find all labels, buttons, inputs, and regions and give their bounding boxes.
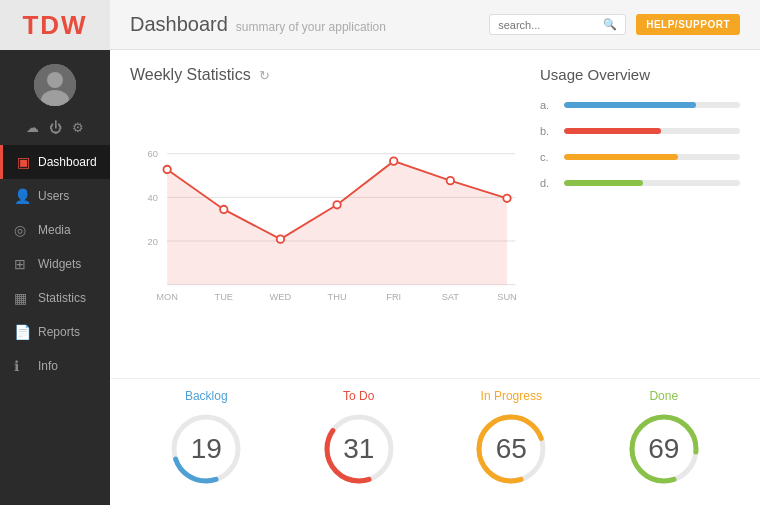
- power-icon[interactable]: ⏻: [49, 120, 62, 135]
- svg-text:40: 40: [148, 193, 158, 203]
- content-inner: Weekly Statistics ↻ 60 40 20: [110, 50, 760, 378]
- stat-value-todo: 31: [343, 433, 374, 465]
- svg-marker-10: [167, 161, 507, 285]
- usage-bar-bg-b: [564, 128, 740, 134]
- sidebar-nav: ▣ Dashboard 👤 Users ◎ Media ⊞ Widgets ▦ …: [0, 145, 110, 505]
- user-avatar-container: [0, 50, 110, 114]
- usage-bar-fill-d: [564, 180, 643, 186]
- svg-text:THU: THU: [328, 292, 347, 302]
- help-support-button[interactable]: HELP/SUPPORT: [636, 14, 740, 35]
- ring-inprogress: 65: [471, 409, 551, 489]
- search-icon: 🔍: [603, 18, 617, 31]
- svg-point-17: [503, 195, 510, 202]
- usage-item-b: b.: [540, 125, 740, 137]
- stat-label-inprogress: In Progress: [481, 389, 542, 403]
- media-icon: ◎: [14, 222, 30, 238]
- svg-point-1: [47, 72, 63, 88]
- usage-bar-bg-c: [564, 154, 740, 160]
- stat-card-done: Done 69: [588, 389, 741, 489]
- search-input[interactable]: [498, 19, 598, 31]
- header-right: 🔍 HELP/SUPPORT: [489, 14, 740, 35]
- sidebar-item-widgets[interactable]: ⊞ Widgets: [0, 247, 110, 281]
- svg-text:SUN: SUN: [497, 292, 517, 302]
- sidebar: TDW ☁ ⏻ ⚙ ▣ Dashboard 👤 Users ◎ Media ⊞: [0, 0, 110, 505]
- users-icon: 👤: [14, 188, 30, 204]
- stat-value-inprogress: 65: [496, 433, 527, 465]
- chart-section: Weekly Statistics ↻ 60 40 20: [130, 66, 520, 362]
- stat-label-todo: To Do: [343, 389, 374, 403]
- settings-icon[interactable]: ⚙: [72, 120, 84, 135]
- page-title: Dashboard: [130, 13, 228, 36]
- svg-text:FRI: FRI: [386, 292, 401, 302]
- stats-row: Backlog 19 To Do 31: [110, 378, 760, 505]
- chart-area: 60 40 20: [130, 94, 520, 362]
- usage-label-b: b.: [540, 125, 556, 137]
- search-box[interactable]: 🔍: [489, 14, 626, 35]
- ring-todo: 31: [319, 409, 399, 489]
- reports-icon: 📄: [14, 324, 30, 340]
- page-header: Dashboard summary of your application 🔍 …: [110, 0, 760, 50]
- svg-point-15: [390, 157, 397, 164]
- stat-card-backlog: Backlog 19: [130, 389, 283, 489]
- chart-title: Weekly Statistics: [130, 66, 251, 84]
- usage-item-d: d.: [540, 177, 740, 189]
- svg-text:WED: WED: [270, 292, 292, 302]
- usage-label-d: d.: [540, 177, 556, 189]
- svg-text:20: 20: [148, 237, 158, 247]
- svg-point-14: [333, 201, 340, 208]
- sidebar-item-dashboard[interactable]: ▣ Dashboard: [0, 145, 110, 179]
- sidebar-item-statistics[interactable]: ▦ Statistics: [0, 281, 110, 315]
- logo: TDW: [0, 0, 110, 50]
- widgets-icon: ⊞: [14, 256, 30, 272]
- stat-label-done: Done: [649, 389, 678, 403]
- usage-item-c: c.: [540, 151, 740, 163]
- cloud-icon[interactable]: ☁: [26, 120, 39, 135]
- page-title-group: Dashboard summary of your application: [130, 13, 386, 36]
- stat-card-inprogress: In Progress 65: [435, 389, 588, 489]
- svg-text:SAT: SAT: [442, 292, 460, 302]
- stat-label-backlog: Backlog: [185, 389, 228, 403]
- ring-done: 69: [624, 409, 704, 489]
- dashboard-icon: ▣: [17, 154, 30, 170]
- sidebar-item-reports[interactable]: 📄 Reports: [0, 315, 110, 349]
- avatar[interactable]: [34, 64, 76, 106]
- sidebar-item-label: Reports: [38, 325, 80, 339]
- info-icon: ℹ: [14, 358, 30, 374]
- sidebar-action-icons: ☁ ⏻ ⚙: [0, 114, 110, 145]
- sidebar-item-label: Widgets: [38, 257, 81, 271]
- usage-item-a: a.: [540, 99, 740, 111]
- ring-backlog: 19: [166, 409, 246, 489]
- statistics-icon: ▦: [14, 290, 30, 306]
- sidebar-item-label: Dashboard: [38, 155, 97, 169]
- content-area: Weekly Statistics ↻ 60 40 20: [110, 50, 760, 505]
- stat-value-backlog: 19: [191, 433, 222, 465]
- sidebar-item-label: Users: [38, 189, 69, 203]
- usage-bar-fill-a: [564, 102, 696, 108]
- stat-card-todo: To Do 31: [283, 389, 436, 489]
- sidebar-item-users[interactable]: 👤 Users: [0, 179, 110, 213]
- sidebar-item-media[interactable]: ◎ Media: [0, 213, 110, 247]
- weekly-chart: 60 40 20: [130, 94, 520, 362]
- stat-value-done: 69: [648, 433, 679, 465]
- main-area: Dashboard summary of your application 🔍 …: [110, 0, 760, 505]
- usage-label-a: a.: [540, 99, 556, 111]
- svg-point-13: [277, 235, 284, 242]
- usage-title: Usage Overview: [540, 66, 740, 83]
- page-subtitle: summary of your application: [236, 20, 386, 34]
- svg-point-16: [447, 177, 454, 184]
- svg-point-12: [220, 206, 227, 213]
- sidebar-item-label: Media: [38, 223, 71, 237]
- svg-text:60: 60: [148, 149, 158, 159]
- usage-section: Usage Overview a. b. c.: [540, 66, 740, 362]
- refresh-icon[interactable]: ↻: [259, 68, 270, 83]
- svg-text:MON: MON: [156, 292, 178, 302]
- chart-header: Weekly Statistics ↻: [130, 66, 520, 84]
- svg-text:TUE: TUE: [215, 292, 234, 302]
- sidebar-item-label: Info: [38, 359, 58, 373]
- sidebar-item-info[interactable]: ℹ Info: [0, 349, 110, 383]
- usage-bar-fill-b: [564, 128, 661, 134]
- usage-bar-fill-c: [564, 154, 678, 160]
- svg-point-11: [163, 166, 170, 173]
- sidebar-item-label: Statistics: [38, 291, 86, 305]
- usage-bar-bg-d: [564, 180, 740, 186]
